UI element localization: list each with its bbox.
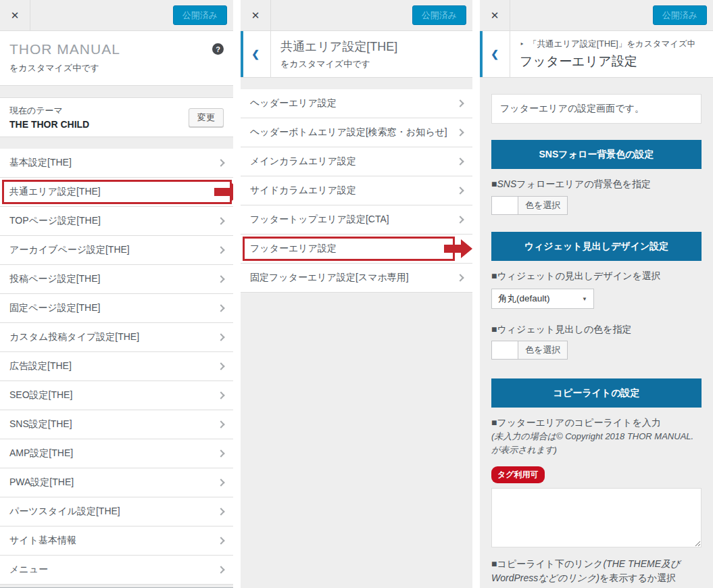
help-icon[interactable]: ? (212, 43, 224, 55)
chevron-right-icon (217, 420, 224, 428)
menu-item-label: SEO設定[THE] (9, 389, 72, 401)
chevron-right-icon (456, 216, 464, 223)
tag-allowed-badge: タグ利用可 (491, 466, 545, 483)
chevron-right-icon (217, 246, 224, 253)
close-icon[interactable]: ✕ (480, 0, 510, 30)
menu-item-label: TOPページ設定[THE] (9, 215, 101, 227)
menu-item[interactable]: ヘッダーボトムエリア設定[検索窓・お知らせ] (241, 118, 472, 147)
menu-item-label: アーカイブページ設定[THE] (9, 244, 130, 256)
menu-item[interactable]: SNS設定[THE] (0, 410, 233, 439)
active-accent-bar (480, 31, 483, 77)
back-icon[interactable]: ❮ (241, 31, 271, 77)
menu-item[interactable]: TOPページ設定[THE] (0, 207, 233, 236)
customizer-panel-root: ✕ 公開済み THOR MANUAL ? をカスタマイズ中です 現在のテーマ T… (0, 0, 233, 588)
chevron-right-icon (217, 449, 224, 457)
menu-item-label: 固定ページ設定[THE] (9, 302, 100, 314)
select-color-button[interactable]: 色を選択 (518, 341, 568, 360)
menu-item[interactable]: サイドカラムエリア設定 (241, 176, 472, 205)
widget-design-select[interactable]: 角丸(default) ▼ (491, 289, 594, 309)
chevron-right-icon (217, 304, 224, 312)
chevron-right-icon (217, 566, 224, 573)
menu-item-label: PWA設定[THE] (9, 476, 74, 489)
close-icon[interactable]: ✕ (0, 0, 30, 30)
menu-item[interactable]: 固定フッターエリア設定[スマホ専用] (241, 264, 472, 293)
menu-item-label: ヘッダーエリア設定 (250, 97, 337, 109)
chevron-right-icon (217, 537, 224, 544)
close-icon[interactable]: ✕ (241, 0, 271, 30)
menu-item-label: ヘッダーボトムエリア設定[検索窓・お知らせ] (250, 126, 447, 139)
label-text: ■フッターエリアのコピーライトを入力 (491, 416, 702, 430)
panel-header: THOR MANUAL ? をカスタマイズ中です (0, 31, 233, 86)
chevron-right-icon (217, 391, 224, 399)
color-swatch[interactable] (491, 196, 518, 215)
copyright-input-label: ■フッターエリアのコピーライトを入力 (未入力の場合は© Copyright 2… (491, 416, 702, 456)
widget-color-label: ■ウィジェット見出しの色を指定 (491, 322, 702, 337)
chevron-right-icon (217, 479, 224, 486)
menu-item[interactable]: メインカラムエリア設定 (241, 147, 472, 176)
chevron-right-icon (456, 157, 464, 165)
menu-item[interactable]: カスタム投稿タイプ設定[THE] (0, 323, 233, 352)
section-description: フッターエリアの設定画面です。 (491, 94, 702, 124)
menu-item-label: メインカラムエリア設定 (250, 155, 356, 168)
sns-bg-color-label: ■SNSフォローエリアの背景色を指定 (491, 177, 702, 191)
color-swatch[interactable] (491, 341, 518, 360)
menu-item[interactable]: ヘッダーエリア設定 (241, 89, 472, 118)
menu-item[interactable]: アーカイブページ設定[THE] (0, 236, 233, 265)
select-color-button[interactable]: 色を選択 (518, 196, 568, 215)
back-icon[interactable]: ❮ (480, 31, 510, 77)
chevron-right-icon (456, 99, 464, 107)
customizer-panel-common-area: ✕ 公開済み ❮ 共通エリア設定[THE] をカスタマイズ中です ヘッダーエリア… (241, 0, 472, 588)
page-title: フッターエリア設定 (520, 53, 704, 70)
menu-item[interactable]: パーツスタイル設定[THE] (0, 497, 233, 526)
publish-button[interactable]: 公開済み (412, 5, 466, 25)
publish-button[interactable]: 公開済み (653, 5, 707, 25)
menu-item[interactable]: 投稿ページ設定[THE] (0, 265, 233, 294)
chevron-right-icon (456, 187, 464, 194)
select-arrow-icon: ▼ (582, 296, 587, 302)
menu-item[interactable]: フッタートップエリア設定[CTA] (241, 205, 472, 235)
menu-item[interactable]: サイト基本情報 (0, 526, 233, 556)
widget-design-label: ■ウィジェットの見出しデザインを選択 (491, 269, 702, 283)
change-theme-button[interactable]: 変更 (189, 108, 224, 127)
footer-settings-content: フッターエリアの設定画面です。 SNSフォロー背景色の設定 ■SNSフォローエリ… (480, 78, 713, 588)
theme-menu: 基本設定[THE] 共通エリア設定[THE] TOPページ設定[THE] ア (0, 149, 233, 585)
copyright-link-label: ■コピーライト下のリンク(THE THEME及びWordPressなどのリンク)… (491, 557, 702, 585)
menu-item-label: パーツスタイル設定[THE] (9, 506, 120, 518)
current-theme-label: 現在のテーマ (9, 105, 189, 117)
common-area-menu: ヘッダーエリア設定 ヘッダーボトムエリア設定[検索窓・お知らせ] メインカラムエ… (241, 89, 472, 293)
topbar: ✕ 公開済み (241, 0, 472, 31)
menu-item[interactable]: AMP設定[THE] (0, 439, 233, 468)
widget-heading-design-heading: ウィジェット見出しデザイン設定 (491, 232, 702, 261)
menu-item[interactable]: フッターエリア設定 (241, 235, 472, 264)
label-text: を表示するか選択 (599, 572, 676, 583)
customizing-subtitle: をカスタマイズ中です (9, 62, 224, 74)
chevron-right-icon (217, 362, 224, 370)
breadcrumb-arrow-icon: ‣ (520, 40, 524, 48)
label-em: SNS (497, 178, 516, 189)
menu-item-label: 固定フッターエリア設定[スマホ専用] (250, 272, 409, 284)
publish-button[interactable]: 公開済み (173, 5, 227, 25)
copyright-default-note: (未入力の場合は© Copyright 2018 THOR MANUAL.が表示… (491, 430, 702, 456)
highlight-arrow-icon (214, 182, 233, 201)
menu-item[interactable]: 基本設定[THE] (0, 149, 233, 178)
panel-title: 共通エリア設定[THE] (280, 39, 463, 55)
menu-item-label: 基本設定[THE] (9, 157, 72, 169)
panel-header: ❮ ‣ 「共通エリア設定[THE]」をカスタマイズ中 フッターエリア設定 (480, 31, 713, 78)
chevron-right-icon (217, 217, 224, 224)
chevron-right-icon (217, 275, 224, 283)
copyright-textarea[interactable] (491, 488, 702, 547)
menu-item[interactable]: 広告設定[THE] (0, 352, 233, 381)
copyright-heading: コピーライトの設定 (491, 378, 702, 408)
widget-color-picker: 色を選択 (491, 341, 702, 360)
menu-item-label: フッタートップエリア設定[CTA] (250, 214, 389, 226)
sns-bg-color-picker: 色を選択 (491, 196, 702, 215)
menu-item[interactable]: SEO設定[THE] (0, 381, 233, 410)
menu-item[interactable]: PWA設定[THE] (0, 468, 233, 497)
menu-item[interactable]: 共通エリア設定[THE] (0, 178, 233, 207)
highlight-arrow-icon (444, 239, 472, 258)
panel-header: ❮ 共通エリア設定[THE] をカスタマイズ中です (241, 31, 472, 78)
chevron-right-icon (217, 508, 224, 515)
menu-item[interactable]: メニュー (0, 556, 233, 585)
current-theme-block: 現在のテーマ THE THOR CHILD 変更 (0, 97, 233, 137)
menu-item[interactable]: 固定ページ設定[THE] (0, 294, 233, 323)
